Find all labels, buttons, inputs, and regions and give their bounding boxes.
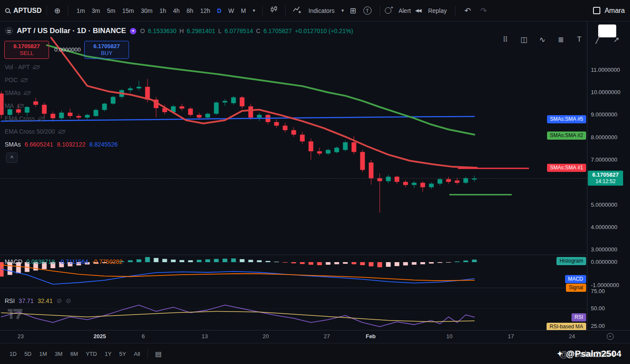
trendline-tool-icon[interactable]: ╱ [590, 33, 606, 46]
price-axis-label: 25.00 [591, 323, 605, 329]
timeframe-button-D[interactable]: D [214, 5, 225, 17]
eye-hidden-icon[interactable] [24, 91, 31, 95]
timeframe-button-5m[interactable]: 5m [104, 5, 119, 17]
hide-icon[interactable]: ⊘ [66, 297, 71, 305]
time-axis-label: 24 [569, 333, 575, 340]
symbol-title[interactable]: APT / US Dollar · 1D · BINANCE [17, 27, 126, 35]
toolbar-divider [148, 349, 148, 359]
time-axis-label: 6 [141, 333, 144, 340]
legend-ma[interactable]: MA [5, 102, 24, 109]
curve-tool-icon[interactable]: ∿ [534, 33, 550, 46]
legend-ema-cross[interactable]: EMA Cross [5, 115, 45, 122]
timeframe-button-12h[interactable]: 12h [197, 5, 213, 17]
topbar-right-group: Amara [593, 7, 625, 15]
chart-pane[interactable]: APT / US Dollar · 1D · BINANCE ✦ O6.1533… [0, 21, 587, 330]
range-button-YTD[interactable]: YTD [82, 349, 100, 359]
compare-add-icon[interactable]: ⊕ [52, 5, 63, 16]
range-button-All[interactable]: All [130, 349, 143, 359]
price-axis-label: 9.0000000 [591, 111, 617, 118]
replay-icon[interactable]: ◀◀ [415, 8, 421, 13]
eye-hidden-icon[interactable] [33, 65, 40, 69]
candlestick-chart-canvas[interactable] [0, 21, 587, 330]
indicators-icon[interactable] [290, 5, 304, 16]
legend-vol-apt[interactable]: Vol · APT [5, 64, 40, 70]
timeframe-button-15m[interactable]: 15m [119, 5, 137, 17]
indicators-button[interactable]: Indicators [305, 5, 338, 17]
price-axis-label: 3.0000000 [591, 246, 617, 253]
range-button-1M[interactable]: 1M [36, 349, 50, 359]
eye-hidden-icon[interactable] [58, 130, 65, 134]
rsi-label: RSI [5, 297, 15, 304]
price-axis-label: 7.0000000 [591, 156, 617, 163]
hide-icon[interactable]: ⊘ [56, 297, 62, 305]
range-button-3M[interactable]: 3M [51, 349, 66, 359]
replay-button[interactable]: Replay [424, 5, 450, 17]
time-axis-label: Feb [366, 333, 375, 340]
drag-handle-icon[interactable]: ⠿ [497, 33, 513, 46]
time-axis[interactable]: 2320256132027Feb101724 [0, 330, 630, 343]
symbol-search-button[interactable]: APTUSD [13, 7, 42, 15]
legend-smas-values[interactable]: SMAs 6.6605241 8.1032122 8.8245526 [5, 141, 118, 148]
legend-label: Vol · APT [5, 64, 30, 70]
toolbar-divider [46, 6, 47, 16]
indicators-dropdown-icon[interactable]: ▾ [339, 7, 347, 14]
text-tool-icon[interactable]: T [571, 33, 587, 46]
sell-button[interactable]: 6.1705827 SELL [4, 41, 49, 59]
undo-button[interactable]: ↶ [460, 6, 475, 15]
search-icon[interactable] [5, 8, 10, 13]
toolbar-divider [380, 6, 380, 16]
legend-smas-hidden[interactable]: SMAs [5, 89, 31, 96]
chart-style-candles-icon[interactable] [267, 5, 280, 16]
redo-button[interactable]: ↷ [476, 6, 491, 15]
price-axis-label: 50.00 [591, 305, 605, 312]
collapse-legend-button[interactable]: ^ [6, 153, 18, 163]
eye-hidden-icon[interactable] [21, 78, 28, 82]
legend-label: EMA Cross [5, 115, 35, 122]
range-button-6M[interactable]: 6M [67, 349, 81, 359]
purple-marker-icon[interactable]: ✦ [130, 28, 136, 34]
eye-hidden-icon[interactable] [38, 117, 45, 121]
eye-hidden-icon[interactable] [17, 104, 24, 108]
price-axis-label: 5.0000000 [591, 202, 617, 208]
sma1-plot-badge: SMAs:SMA #1 [547, 164, 586, 172]
open-value: 6.1533630 [148, 28, 176, 34]
legend-poc[interactable]: POC [5, 76, 28, 83]
list-tool-icon[interactable]: ≣ [553, 33, 569, 46]
range-button-5D[interactable]: 5D [21, 349, 35, 359]
legend-rsi[interactable]: RSI 37.71 32.41 ⊘ ⊘ [5, 297, 71, 305]
alert-button[interactable]: Alert [395, 5, 415, 17]
range-button-1Y[interactable]: 1Y [101, 349, 115, 359]
macd-label: MACD [5, 258, 22, 265]
layout-panel-icon[interactable]: ◫ [516, 33, 532, 46]
timeframe-button-30m[interactable]: 30m [137, 5, 156, 17]
legend-label: MA [5, 102, 14, 109]
legend-ema-cross-50-200[interactable]: EMA Cross 50/200 [5, 128, 65, 135]
text-notes-icon[interactable]: T [363, 6, 372, 15]
timeframe-dropdown-icon[interactable]: ▾ [250, 7, 258, 14]
smas-label: SMAs [5, 141, 21, 148]
legend-macd[interactable]: MACD 0.0638718 -0.7111564 -0.7750282 [5, 258, 123, 265]
bottom-toolbar: 1D5D1M3M6MYTD1Y5YAll ▤ ✦ @Psalm2504 [0, 343, 630, 364]
time-axis-settings-icon[interactable] [607, 333, 614, 340]
buy-button[interactable]: 6.1705827 BUY [84, 41, 129, 59]
templates-grid-icon[interactable]: ⊞ [347, 5, 359, 16]
alert-clock-icon[interactable] [385, 7, 391, 14]
timeframe-button-4h[interactable]: 4h [169, 5, 183, 17]
rsi-plot-badge: RSI [572, 313, 586, 321]
timeframe-button-3m[interactable]: 3m [88, 5, 103, 17]
save-layout-icon[interactable] [593, 7, 600, 14]
timeframe-button-1m[interactable]: 1m [73, 5, 88, 17]
range-button-5Y[interactable]: 5Y [116, 349, 129, 359]
legend-label: SMAs [5, 89, 21, 96]
go-to-date-icon[interactable]: ▤ [152, 350, 165, 358]
timeframe-button-8h[interactable]: 8h [183, 5, 197, 17]
timeframe-button-W[interactable]: W [225, 5, 237, 17]
spread-value: 0.0000000 [52, 46, 83, 53]
arrow-tool-icon[interactable]: ↗ [608, 33, 624, 46]
price-axis[interactable]: 6.1705827 14:12:52 11.000000010.00000009… [587, 21, 630, 330]
timeframe-group: 1m3m5m15m30m1h4h8h12hDWM [73, 5, 249, 17]
range-button-1D[interactable]: 1D [6, 349, 20, 359]
timeframe-button-M[interactable]: M [237, 5, 249, 17]
timeframe-button-1h[interactable]: 1h [156, 5, 170, 17]
sma1-value: 6.6605241 [25, 141, 53, 148]
